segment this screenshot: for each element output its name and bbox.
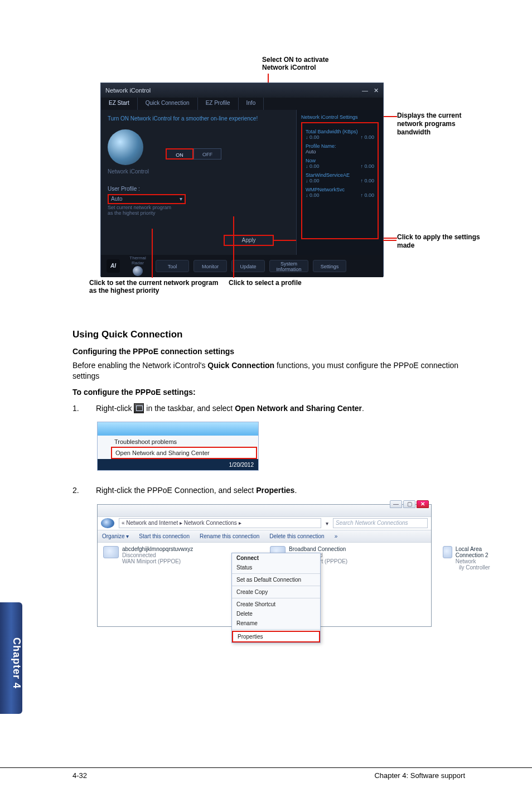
thermal-radar-button[interactable]: Thermal Radar <box>124 256 151 277</box>
tray-clock: 1/20/2012 <box>229 462 254 468</box>
system-info-button[interactable]: System Information <box>269 260 308 272</box>
network-icontrol-window: Network iControl — ✕ EZ Start Quick Conn… <box>100 83 384 277</box>
context-menu: Connect Status Set as Default Connection… <box>231 553 321 643</box>
callout-select-profile: Click to select a profile <box>229 279 302 287</box>
network-tray-icon <box>134 403 144 413</box>
update-button[interactable]: Update <box>231 260 265 272</box>
window-close-icon[interactable]: ✕ <box>417 500 429 508</box>
step-1: 1. Right-click in the taskbar, and selec… <box>72 403 465 414</box>
chevron-down-icon: ▾ <box>180 195 182 203</box>
paragraph-to-configure: To configure the PPPoE settings: <box>72 387 465 398</box>
callout-activate: Select ON to activate Network iControl <box>262 56 328 72</box>
organize-menu[interactable]: Organize ▾ <box>102 533 129 539</box>
tray-menu-open-center[interactable]: Open Network and Sharing Center <box>111 447 257 459</box>
callout-bandwidth: Displays the current network programs ba… <box>397 112 475 137</box>
brand-logo: AI <box>107 259 120 273</box>
monitor-button[interactable]: Monitor <box>194 260 227 272</box>
tray-menu-troubleshoot[interactable]: Troubleshoot problems <box>111 437 257 447</box>
tool-start[interactable]: Start this connection <box>139 533 190 539</box>
apply-button[interactable]: Apply <box>224 235 274 246</box>
on-button[interactable]: ON <box>166 148 194 160</box>
page-footer: 4-32 Chapter 4: Software support <box>0 767 532 780</box>
nav-back-icon[interactable] <box>101 518 114 528</box>
network-icontrol-figure: Select ON to activate Network iControl N… <box>89 56 491 307</box>
window-min-icon[interactable]: — <box>390 500 402 508</box>
tab-ez-start[interactable]: EZ Start <box>101 98 138 110</box>
settings-button[interactable]: Settings <box>313 260 346 272</box>
tab-quick-connection[interactable]: Quick Connection <box>138 98 198 110</box>
tool-rename[interactable]: Rename this connection <box>200 533 259 539</box>
profile-hint: Set current network program as the highe… <box>108 205 289 216</box>
user-profile-select[interactable]: Auto ▾ <box>108 194 186 204</box>
radar-icon <box>133 266 143 276</box>
off-button[interactable]: OFF <box>194 148 221 160</box>
connection-icon <box>103 546 119 558</box>
step-2: 2. Right-click the PPPoE Connection, and… <box>72 485 465 496</box>
ctx-connect[interactable]: Connect <box>232 553 320 563</box>
tool-more[interactable]: » <box>335 533 338 539</box>
chapter-label: Chapter 4: Software support <box>374 771 465 780</box>
ctx-rename[interactable]: Rename <box>232 619 320 628</box>
minimize-icon[interactable]: — <box>362 87 368 94</box>
close-icon[interactable]: ✕ <box>374 87 379 94</box>
settings-panel: Total Bandwidth (KBps) ↓ 0.00↑ 0.00 Prof… <box>301 122 379 239</box>
tool-delete[interactable]: Delete this connection <box>269 533 324 539</box>
callout-priority: Click to set the current network program… <box>89 279 223 294</box>
ctx-shortcut[interactable]: Create Shortcut <box>232 600 320 609</box>
settings-head: Network iControl Settings <box>301 114 379 120</box>
window-max-icon[interactable]: ▢ <box>403 500 415 508</box>
ctx-default[interactable]: Set as Default Connection <box>232 575 320 584</box>
tab-info[interactable]: Info <box>239 98 264 110</box>
globe-label: Network iControl <box>108 168 149 175</box>
heading-quick-connection: Using Quick Connection <box>72 329 465 340</box>
connection-icon <box>443 546 452 558</box>
callout-apply: Click to apply the settings made <box>397 233 481 250</box>
main-tabs: EZ Start Quick Connection EZ Profile Inf… <box>101 98 383 110</box>
ctx-delete[interactable]: Delete <box>232 609 320 619</box>
ctx-status[interactable]: Status <box>232 563 320 572</box>
on-off-toggle: ON OFF <box>166 148 221 160</box>
explorer-toolbar: Organize ▾ Start this connection Rename … <box>98 530 431 543</box>
paragraph-intro: Before enabling the Network iControl's Q… <box>72 360 465 381</box>
bottom-bar: AI Thermal Radar Tool Monitor Update Sys… <box>101 255 383 277</box>
window-title: Network iControl <box>105 87 151 94</box>
chapter-tab: Chapter 4 <box>0 602 22 714</box>
promo-message: Turn ON Network iControl for a smoother … <box>108 115 289 122</box>
tab-ez-profile[interactable]: EZ Profile <box>198 98 239 110</box>
heading-pppoe: Configuring the PPPoE connection setting… <box>72 347 465 356</box>
user-profile-label: User Profile : <box>108 186 289 192</box>
explorer-figure: — ▢ ✕ « Network and Internet ▸ Network C… <box>97 504 432 627</box>
globe-icon <box>108 129 143 165</box>
search-input[interactable]: Search Network Connections <box>333 518 428 528</box>
ctx-copy[interactable]: Create Copy <box>232 587 320 597</box>
page-number: 4-32 <box>72 771 87 780</box>
tray-menu-figure: Troubleshoot problems Open Network and S… <box>97 422 259 471</box>
connection-item-3[interactable]: Local Area Connection 2 Network ily Cont… <box>443 546 490 571</box>
ctx-properties[interactable]: Properties <box>232 631 320 642</box>
tool-button[interactable]: Tool <box>156 260 189 272</box>
breadcrumb[interactable]: « Network and Internet ▸ Network Connect… <box>119 518 321 528</box>
